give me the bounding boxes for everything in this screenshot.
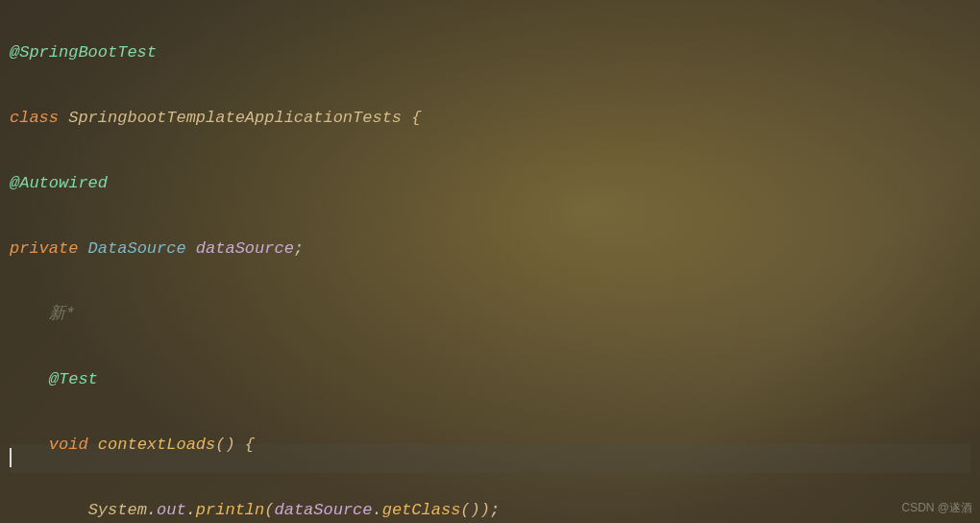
code-line: @Test — [10, 363, 970, 396]
method-getclass: getClass — [382, 501, 461, 519]
class-name: SpringbootTemplateApplicationTests — [68, 109, 402, 127]
code-line: 新* — [10, 298, 970, 331]
code-line: System.out.println(dataSource.getClass()… — [10, 494, 970, 523]
code-line: private DataSource dataSource; — [10, 233, 970, 265]
brace: { — [402, 109, 421, 127]
parentheses: () — [460, 501, 479, 519]
annotation-autowired: @Autowired — [10, 174, 108, 192]
dot: . — [186, 501, 196, 519]
annotation-test: @Test — [49, 370, 98, 388]
code-line: void contextLoads() { — [10, 429, 970, 461]
code-line: @SpringBootTest — [10, 37, 970, 69]
var-datasource: dataSource — [274, 501, 372, 519]
field-out: out — [157, 501, 186, 519]
comment: 新* — [49, 305, 75, 323]
paren-open: ( — [264, 501, 274, 519]
type-datasource: DataSource — [78, 239, 185, 258]
var-datasource: dataSource — [186, 239, 294, 258]
code-line: class SpringbootTemplateApplicationTests… — [10, 102, 970, 135]
parentheses: () — [215, 436, 234, 454]
keyword-class: class — [10, 109, 59, 127]
watermark: CSDN @遂酒 — [901, 496, 972, 519]
method-println: println — [196, 501, 264, 519]
brace: { — [235, 436, 255, 454]
semicolon: ; — [294, 239, 304, 258]
method-contextloads: contextLoads — [88, 436, 216, 454]
paren-close: ) — [480, 501, 490, 519]
keyword-private: private — [10, 239, 78, 258]
dot: . — [147, 501, 157, 519]
keyword-void: void — [49, 436, 88, 454]
code-line: @Autowired — [10, 167, 970, 200]
dot: . — [373, 501, 382, 519]
class-system: System — [88, 501, 147, 519]
semicolon: ; — [490, 501, 500, 519]
code-editor[interactable]: @SpringBootTest class SpringbootTemplate… — [0, 0, 980, 523]
annotation-springboottest: @SpringBootTest — [10, 43, 157, 62]
